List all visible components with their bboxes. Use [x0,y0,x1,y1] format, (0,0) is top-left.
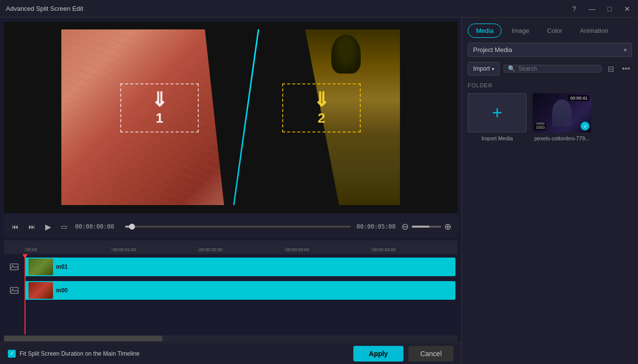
track-thumbnail-2 [28,282,53,299]
ellipsis-icon: ••• [622,64,630,73]
progress-dot [129,224,135,230]
import-button[interactable]: Import ▾ [468,62,500,76]
film-icon: ▭▭ [534,124,546,130]
apply-button[interactable]: Apply [353,346,404,362]
ruler-mark-2: 00:00:02:00 [198,247,284,252]
step-back-icon: ⏮ [12,223,19,231]
more-options-button[interactable]: ••• [620,62,632,75]
media-grid: + Import Media 00:00:41 ▭▭ ✓ pexe [468,93,632,141]
close-icon: ✕ [624,5,630,13]
play-button[interactable]: ▶ [43,220,53,234]
checkmark-icon: ✓ [10,350,14,357]
timeline-area: 00:00 00:00:01:00 00:00:02:00 00:00:03:0… [4,240,457,342]
tab-color[interactable]: Color [539,24,570,38]
minimize-button[interactable]: — [587,4,597,14]
table-row: m01 [4,256,457,278]
ruler-mark-0: 00:00 [25,247,111,252]
track-label-2: m00 [56,287,68,294]
folder-label: FOLDER [468,82,632,88]
drop-arrow-1: ⇓ [151,90,168,109]
window-title: Advanced Split Screen Edit [6,5,83,12]
track-icon-1 [4,262,25,271]
step-back-button[interactable]: ⏮ [10,221,21,233]
zoom-out-icon: ⊖ [401,222,409,232]
playhead-line [25,254,26,335]
zoom-in-icon: ⊕ [444,222,452,232]
help-icon: ? [572,5,576,13]
track-thumbnail-1 [28,259,53,275]
import-media-label: Import Media [481,135,513,141]
svg-rect-0 [10,264,18,270]
timeline-ruler: 00:00 00:00:01:00 00:00:02:00 00:00:03:0… [4,240,457,254]
search-icon: 🔍 [508,65,515,72]
list-item[interactable]: + Import Media [468,93,527,141]
list-item[interactable]: 00:00:41 ▭▭ ✓ pexels-cottonbro-779... [532,93,591,141]
dropdown-row: Project Media ▾ [468,43,632,57]
ruler-marks: 00:00 00:00:01:00 00:00:02:00 00:00:03:0… [25,247,457,252]
fit-duration-checkbox[interactable]: ✓ [8,350,16,358]
tab-media[interactable]: Media [468,24,502,38]
image-icon-2 [10,286,19,295]
time-total: 00:00:05:00 [357,223,396,230]
fullscreen-icon: ▭ [61,223,67,231]
drop-number-2: ⇓ 2 [304,91,339,125]
minimize-icon: — [588,5,595,13]
tab-animation[interactable]: Animation [572,24,616,38]
timeline-track-list: m01 [4,254,457,303]
chevron-down-small-icon: ▾ [492,66,494,72]
image-icon-1 [10,262,19,271]
track-icon-2 [4,286,25,295]
chevron-down-icon: ▾ [624,47,627,53]
title-bar: Advanced Split Screen Edit ? — □ ✕ [0,0,638,18]
zoom-out-button[interactable]: ⊖ [401,222,409,231]
time-current: 00:00:00:00 [75,223,119,230]
drop-number-1: ⇓ 1 [142,91,177,125]
zoom-slider-fill [412,226,429,228]
preview-area: ⇓ 1 ⇓ 2 [4,22,457,213]
video-thumb: 00:00:41 ▭▭ ✓ [532,93,591,132]
split-divider [233,29,259,205]
zoom-slider[interactable] [412,226,441,228]
search-input[interactable] [518,65,597,72]
duration-badge: 00:00:41 [568,95,589,101]
search-box: 🔍 [504,65,602,73]
drop-zone-1[interactable]: ⇓ 1 [120,83,199,132]
zoom-in-button[interactable]: ⊕ [444,222,452,231]
scrollbar-thumb [4,336,162,341]
close-button[interactable]: ✕ [622,4,632,14]
filter-icon: ⊟ [608,65,614,73]
dropdown-value: Project Media [473,46,512,53]
cancel-button[interactable]: Cancel [408,346,453,362]
maximize-button[interactable]: □ [605,4,614,14]
timeline-scrollbar[interactable] [4,336,457,341]
frame-forward-icon: ⏭ [28,223,35,231]
transport-bar: ⏮ ⏭ ▶ ▭ 00:00:00:00 00:00:05:00 ⊖ [4,215,457,238]
import-media-thumb: + [468,93,527,132]
fullscreen-button[interactable]: ▭ [59,221,69,233]
left-panel: ⇓ 1 ⇓ 2 ⏮ ⏭ [0,18,461,364]
track-label-1: m01 [56,263,68,270]
bottom-buttons: Apply Cancel [353,346,453,362]
play-icon: ▶ [45,222,51,232]
drop-arrow-2: ⇓ [313,90,330,109]
tab-image[interactable]: Image [504,24,537,38]
import-search-row: Import ▾ 🔍 ⊟ ••• [468,62,632,76]
fit-duration-label: Fit Split Screen Duration on the Main Ti… [20,350,139,357]
checkmark-badge-icon: ✓ [583,123,587,130]
svg-rect-2 [10,287,18,293]
panel-tabs: Media Image Color Animation [468,24,632,38]
track-content-2[interactable]: m00 [25,281,455,300]
main-area: ⇓ 1 ⇓ 2 ⏮ ⏭ [0,18,638,364]
table-row: m00 [4,280,457,301]
ruler-mark-3: 00:00:03:00 [284,247,371,252]
right-panel: Media Image Color Animation Project Medi… [461,18,638,364]
frame-forward-button[interactable]: ⏭ [27,221,37,233]
check-badge: ✓ [581,122,589,130]
drop-zone-2[interactable]: ⇓ 2 [282,83,361,132]
filter-button[interactable]: ⊟ [606,62,616,76]
project-media-dropdown[interactable]: Project Media ▾ [468,43,632,57]
help-button[interactable]: ? [569,4,579,14]
progress-bar[interactable] [125,226,351,228]
track-content-1[interactable]: m01 [25,258,455,276]
plus-icon: + [492,104,502,122]
